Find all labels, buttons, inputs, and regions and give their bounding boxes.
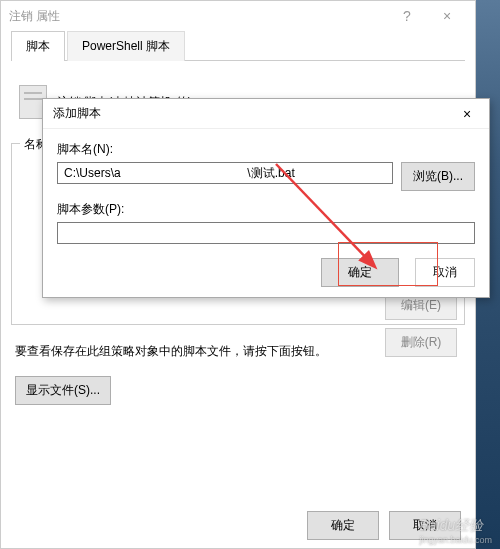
modal-title: 添加脚本 [53, 105, 455, 122]
modal-cancel-button[interactable]: 取消 [415, 258, 475, 287]
script-params-row [57, 222, 475, 244]
tab-powershell-scripts[interactable]: PowerShell 脚本 [67, 31, 185, 61]
close-icon[interactable]: × [427, 8, 467, 24]
script-name-label: 脚本名(N): [57, 141, 475, 158]
modal-body: 脚本名(N): 浏览(B)... 脚本参数(P): [43, 129, 489, 264]
watermark-main: Baidu经验 [419, 517, 483, 533]
add-script-dialog: 添加脚本 × 脚本名(N): 浏览(B)... 脚本参数(P): 确定 取消 [42, 98, 490, 298]
watermark-sub: jingyan.baidu.com [419, 535, 492, 545]
help-icon[interactable]: ? [387, 8, 427, 24]
script-name-input[interactable] [57, 162, 393, 184]
script-name-row: 浏览(B)... [57, 162, 475, 191]
show-files-button[interactable]: 显示文件(S)... [15, 376, 111, 405]
parent-ok-button[interactable]: 确定 [307, 511, 379, 540]
modal-footer: 确定 取消 [321, 258, 475, 287]
tab-strip: 脚本 PowerShell 脚本 [11, 31, 465, 61]
modal-titlebar: 添加脚本 × [43, 99, 489, 129]
parent-window-title: 注销 属性 [9, 8, 387, 25]
remove-button[interactable]: 删除(R) [385, 328, 457, 357]
script-params-input[interactable] [57, 222, 475, 244]
side-buttons: 编辑(E) 删除(R) [385, 291, 457, 357]
modal-ok-button[interactable]: 确定 [321, 258, 399, 287]
script-params-label: 脚本参数(P): [57, 201, 475, 218]
tab-scripts[interactable]: 脚本 [11, 31, 65, 61]
watermark: Baidu经验 jingyan.baidu.com [419, 517, 492, 545]
parent-titlebar: 注销 属性 ? × [1, 1, 475, 31]
browse-button[interactable]: 浏览(B)... [401, 162, 475, 191]
modal-close-icon[interactable]: × [455, 106, 479, 122]
